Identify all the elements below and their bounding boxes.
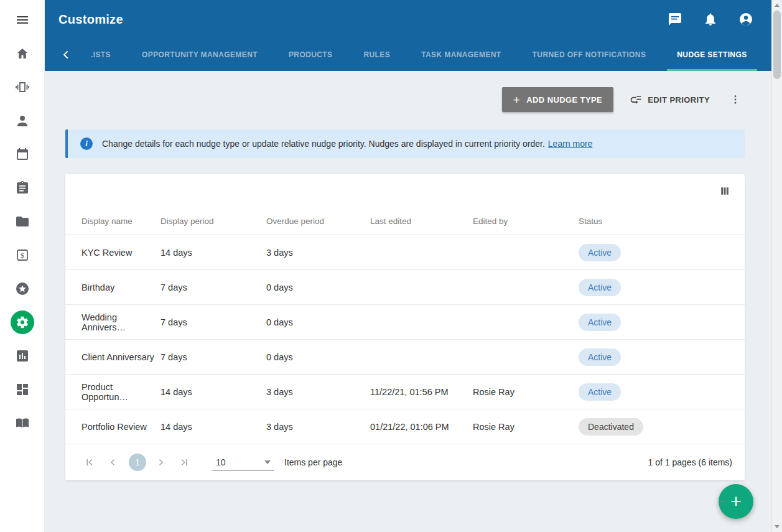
cell-last-edited [370, 235, 473, 270]
cell-edited-by [473, 235, 579, 270]
table-row[interactable]: KYC Review 14 days 3 days Active [65, 235, 745, 270]
account-avatar-icon[interactable] [738, 12, 753, 27]
person-icon [15, 113, 30, 128]
pagination-bar: 1 10 Items per page 1 of 1 pages (6 item… [65, 444, 745, 480]
vertical-scrollbar[interactable] [771, 0, 782, 532]
column-header-edited-by[interactable]: Edited by [473, 208, 579, 235]
table-toolbar [65, 174, 745, 208]
table-row[interactable]: Wedding Annivers… 7 days 0 days Active [65, 305, 745, 340]
learn-more-link[interactable]: Learn more [548, 139, 593, 149]
gear-icon [16, 315, 29, 329]
cell-display-name: KYC Review [65, 235, 161, 270]
vibration-icon [15, 80, 30, 95]
cell-edited-by [473, 270, 579, 305]
items-per-page-value: 10 [216, 457, 226, 467]
first-page-button[interactable] [80, 453, 99, 472]
cell-display-period: 7 days [161, 305, 266, 340]
chevron-left-icon [60, 49, 72, 61]
scroll-down-arrow[interactable] [772, 521, 782, 532]
nudge-table-card: Display name Display period Overdue peri… [65, 174, 745, 480]
tab-task-management[interactable]: TASK MANAGEMENT [411, 39, 511, 71]
cell-last-edited: 11/22/21, 01:56 PM [370, 375, 473, 409]
cell-display-period: 14 days [161, 409, 266, 444]
sidebar-item-reports[interactable] [9, 342, 36, 370]
add-nudge-type-button[interactable]: + ADD NUDGE TYPE [502, 87, 613, 112]
content-area: + ADD NUDGE TYPE EDIT PRIORITY i Change … [45, 71, 782, 532]
menu-button[interactable] [9, 6, 36, 34]
last-page-icon [179, 457, 190, 468]
sidebar-item-calendar[interactable] [9, 141, 36, 168]
actions-row: + ADD NUDGE TYPE EDIT PRIORITY [65, 87, 745, 112]
status-badge: Active [579, 279, 621, 296]
sidebar-item-settings[interactable] [9, 309, 36, 336]
main-area: Customize .ISTS OPPORTUNITY MANAGEMENT P… [45, 0, 782, 532]
first-page-icon [84, 457, 95, 468]
cell-display-period: 7 days [161, 340, 266, 375]
column-chooser-button[interactable] [719, 185, 731, 197]
hamburger-icon [15, 12, 30, 27]
cell-edited-by: Rosie Ray [473, 409, 579, 444]
tab-nudge-settings[interactable]: NUDGE SETTINGS [667, 39, 756, 71]
cell-overdue-period: 3 days [266, 235, 370, 270]
cell-display-name: Wedding Annivers… [65, 305, 161, 340]
sidebar-item-billing[interactable]: $ [9, 241, 36, 269]
info-icon: i [80, 138, 93, 150]
sidebar-item-vibration[interactable] [9, 73, 36, 101]
items-per-page-label: Items per page [284, 457, 342, 467]
status-badge: Active [579, 383, 621, 401]
cell-last-edited [370, 305, 473, 340]
current-page-indicator[interactable]: 1 [129, 454, 146, 471]
sidebar-item-resources[interactable] [9, 409, 36, 437]
scroll-up-arrow[interactable] [772, 0, 782, 11]
column-header-last-edited[interactable]: Last edited [370, 208, 473, 235]
cell-overdue-period: 0 days [266, 270, 370, 305]
sidebar-item-tasks[interactable] [9, 174, 36, 202]
table-row[interactable]: Client Anniversary 7 days 0 days Active [65, 340, 745, 375]
dollar-document-icon: $ [15, 248, 30, 263]
sidebar-item-home[interactable] [9, 40, 36, 67]
edit-priority-button[interactable]: EDIT PRIORITY [630, 93, 710, 106]
cell-overdue-period: 3 days [266, 375, 370, 409]
cell-display-period: 7 days [161, 270, 266, 305]
sidebar-item-featured[interactable] [9, 275, 36, 302]
cell-overdue-period: 0 days [266, 340, 370, 375]
column-header-display-period[interactable]: Display period [161, 208, 266, 235]
tab-products[interactable]: PRODUCTS [279, 39, 343, 71]
columns-icon [719, 185, 731, 197]
column-header-status[interactable]: Status [579, 208, 745, 235]
info-banner: i Change details for each nudge type or … [65, 129, 745, 158]
tab-opportunity-management[interactable]: OPPORTUNITY MANAGEMENT [132, 39, 268, 71]
sidebar-item-profile[interactable] [9, 107, 36, 134]
tab-turned-off-notifications[interactable]: TURNED OFF NOTIFICATIONS [523, 39, 656, 71]
next-page-button[interactable] [151, 453, 170, 472]
banner-text: Change details for each nudge type or up… [102, 139, 592, 149]
column-header-display-name[interactable]: Display name [65, 208, 161, 235]
add-nudge-type-label: ADD NUDGE TYPE [526, 95, 602, 105]
table-row[interactable]: Birthday 7 days 0 days Active [65, 270, 745, 305]
sidebar-item-documents[interactable] [9, 208, 36, 235]
cell-display-name: Client Anniversary [65, 340, 161, 375]
triangle-up-icon [775, 4, 780, 7]
status-badge: Active [579, 314, 621, 331]
dropdown-caret-icon [264, 460, 271, 464]
book-icon [15, 416, 30, 431]
more-options-button[interactable] [726, 93, 745, 106]
sidebar-item-dashboard[interactable] [9, 376, 36, 403]
status-badge: Deactivated [579, 418, 643, 436]
status-badge: Active [579, 244, 621, 261]
column-header-overdue-period[interactable]: Overdue period [266, 208, 370, 235]
scrollbar-thumb[interactable] [773, 11, 781, 79]
tab-rules[interactable]: RULES [353, 39, 400, 71]
items-per-page-select[interactable]: 10 [212, 454, 274, 471]
table-row[interactable]: Portfolio Review 14 days 3 days 01/21/22… [65, 409, 745, 444]
last-page-button[interactable] [175, 453, 193, 472]
chat-icon[interactable] [668, 12, 682, 27]
tabs-scroll-left[interactable] [57, 39, 75, 71]
previous-page-button[interactable] [104, 453, 123, 472]
app-header: Customize [45, 0, 782, 39]
table-row[interactable]: Product Opportun… 14 days 3 days 11/22/2… [65, 375, 745, 409]
fab-add-button[interactable]: + [719, 484, 753, 519]
tab-lists[interactable]: .ISTS [81, 39, 121, 71]
notifications-bell-icon[interactable] [703, 12, 718, 27]
cell-last-edited [370, 340, 473, 375]
